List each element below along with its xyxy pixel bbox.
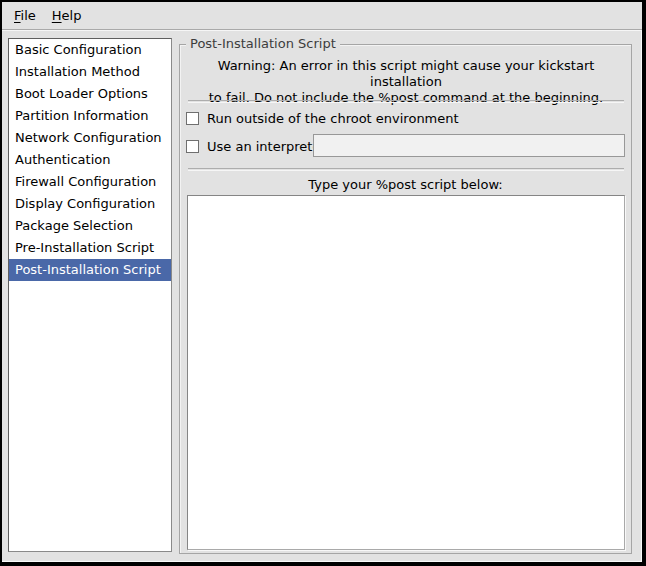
script-area-label: Type your %post script below: (179, 177, 632, 192)
warning-line-1: Warning: An error in this script might c… (187, 58, 625, 90)
section-list: Basic Configuration Installation Method … (8, 38, 172, 552)
separator (188, 168, 624, 170)
sidebar-item-network-configuration[interactable]: Network Configuration (9, 127, 171, 149)
sidebar-item-partition-information[interactable]: Partition Information (9, 105, 171, 127)
sidebar-item-display-configuration[interactable]: Display Configuration (9, 193, 171, 215)
post-script-textarea[interactable] (187, 195, 625, 550)
sidebar-item-post-installation-script[interactable]: Post-Installation Script (9, 259, 171, 281)
menu-file-label: ile (21, 8, 36, 23)
warning-line-2: to fail. Do not include the %post comman… (187, 90, 625, 106)
sidebar-item-boot-loader-options[interactable]: Boot Loader Options (9, 83, 171, 105)
chroot-checkbox[interactable] (186, 112, 199, 125)
menu-file[interactable]: File (6, 4, 44, 27)
sidebar-item-basic-configuration[interactable]: Basic Configuration (9, 39, 171, 61)
sidebar-item-installation-method[interactable]: Installation Method (9, 61, 171, 83)
menu-help-mnemonic: H (52, 8, 62, 23)
sidebar-item-package-selection[interactable]: Package Selection (9, 215, 171, 237)
sidebar-item-pre-installation-script[interactable]: Pre-Installation Script (9, 237, 171, 259)
chroot-checkbox-label[interactable]: Run outside of the chroot environment (207, 111, 459, 126)
chroot-check-row: Run outside of the chroot environment (186, 109, 459, 127)
sidebar-item-firewall-configuration[interactable]: Firewall Configuration (9, 171, 171, 193)
window-body: File Help Basic Configuration Installati… (2, 2, 642, 562)
app-window: File Help Basic Configuration Installati… (0, 0, 646, 566)
interpreter-entry[interactable] (313, 134, 625, 157)
interpreter-check-row: Use an interpreter: (186, 137, 330, 155)
interpreter-checkbox[interactable] (186, 140, 199, 153)
menu-help[interactable]: Help (44, 4, 90, 27)
frame-title: Post-Installation Script (186, 36, 340, 51)
interpreter-checkbox-label[interactable]: Use an interpreter: (207, 139, 330, 154)
menu-bar: File Help (2, 2, 642, 30)
menu-help-label: elp (62, 8, 82, 23)
sidebar-item-authentication[interactable]: Authentication (9, 149, 171, 171)
separator (188, 100, 624, 102)
warning-text: Warning: An error in this script might c… (187, 58, 625, 106)
